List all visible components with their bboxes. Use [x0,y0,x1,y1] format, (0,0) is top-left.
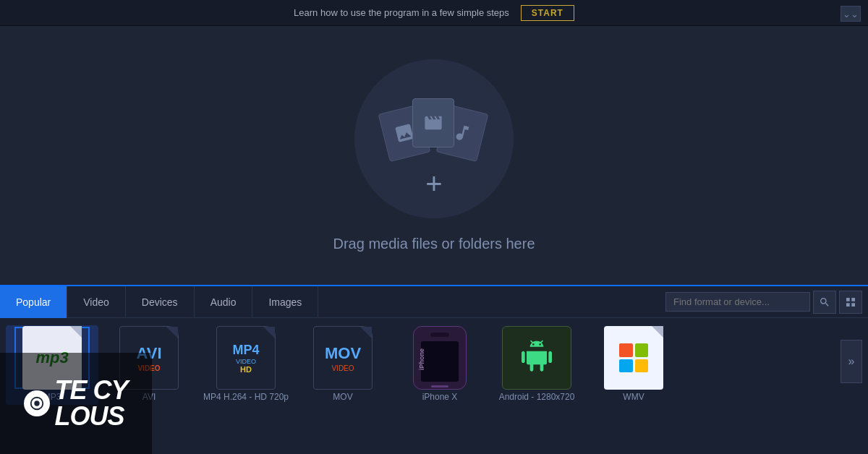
android-thumb [501,328,573,387]
top-bar: Learn how to use the program in a few si… [0,0,868,26]
format-item-mp4[interactable]: MP4 VIDEO HD MP4 H.264 - HD 720p [200,325,292,405]
android-label: Android - 1280x720 [499,392,575,402]
collapse-icon: ⌄⌄ [843,9,859,20]
tab-devices[interactable]: Devices [126,286,195,318]
collapse-panel-button[interactable]: ⌄⌄ [841,6,861,22]
mp4-thumb: MP4 VIDEO HD [210,328,282,387]
format-item-iphone[interactable]: iPhone iPhone X [393,325,486,405]
format-tabs-row: Popular Video Devices Audio Images [0,286,868,318]
arrow-right-icon: » [848,355,855,368]
grid-icon [845,296,856,308]
grid-view-button[interactable] [839,291,862,314]
mov-label: MOV [333,392,352,402]
watermark-logo-icon [24,390,50,416]
film-card-icon [412,98,454,147]
search-input[interactable] [665,292,810,312]
format-item-android[interactable]: Android - 1280x720 [490,325,583,405]
watermark-text: TE CY LOUS [54,377,127,429]
tutorial-message: Learn how to use the program in a few si… [294,7,509,18]
svg-point-0 [35,401,40,406]
tab-audio[interactable]: Audio [195,286,253,318]
wmv-label: WMV [623,392,644,402]
start-button[interactable]: START [521,5,574,21]
format-item-wmv[interactable]: WMV [587,325,680,405]
tab-images[interactable]: Images [252,286,318,318]
search-button[interactable] [813,291,836,314]
tab-video[interactable]: Video [67,286,126,318]
drop-area[interactable]: + Drag media files or folders here ⌄⌄ [0,26,868,285]
watermark-inner-icon [29,395,45,411]
format-item-mov[interactable]: MOV VIDEO MOV [297,325,389,405]
search-area [665,291,868,314]
mp4-label: MP4 H.264 - HD 720p [203,392,289,402]
drop-text: Drag media files or folders here [333,236,535,252]
mov-thumb: MOV VIDEO [307,328,379,387]
iphone-label: iPhone X [422,392,458,402]
iphone-thumb: iPhone [404,328,476,387]
drop-circle: + [354,59,514,218]
android-logo-icon [516,338,557,378]
scroll-right-button[interactable]: » [841,340,862,383]
add-files-icon: + [425,169,442,198]
wmv-thumb [597,328,670,387]
search-icon [819,296,830,308]
watermark-overlay: TE CY LOUS [0,353,152,454]
tab-popular[interactable]: Popular [0,286,67,318]
